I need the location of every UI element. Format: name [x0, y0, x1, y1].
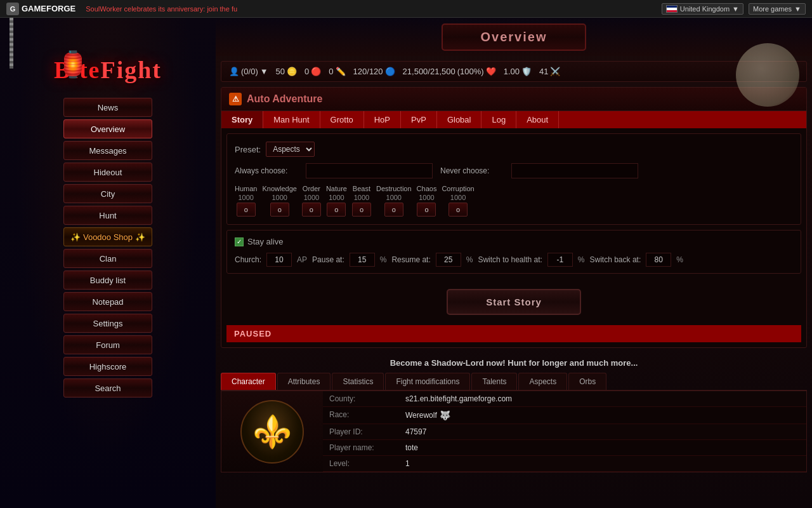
switch-health-label: Switch to health at:	[478, 255, 542, 264]
stat2: 0 🔴	[304, 67, 321, 76]
char-row-county: County: s21.en.bitefight.gameforge.com	[323, 391, 806, 407]
portrait-icon: ⚜️	[240, 400, 304, 464]
sidebar-item-overview[interactable]: Overview	[63, 119, 152, 138]
sidebar-item-notepad-label: Notepad	[92, 297, 123, 307]
sword-icon: ⚔️	[550, 67, 560, 76]
stats-bar: 👤 (0/0) ▼ 50 🪙 0 🔴 0 ✏️ 120/120 🔵 21,5	[221, 61, 807, 82]
aspect-beast-val: 1000	[354, 194, 369, 201]
sidebar-item-highscore-label: Highscore	[89, 362, 127, 371]
chain-decoration	[10, 18, 13, 69]
preset-section: Preset: Aspects Always choose: Never cho…	[226, 133, 801, 225]
tab-story[interactable]: Story	[221, 111, 263, 128]
mana-percent: (100%)	[457, 67, 484, 76]
player-name-val: tote	[399, 440, 424, 455]
more-games-btn[interactable]: More games ▼	[749, 3, 806, 15]
sidebar-item-city[interactable]: City	[63, 184, 152, 203]
switch-back-unit: %	[676, 255, 683, 264]
preset-label: Preset:	[235, 145, 261, 154]
stay-alive-section: Stay alive Church: AP Pause at: % Resume…	[226, 230, 801, 274]
sidebar-item-news[interactable]: News	[63, 98, 152, 117]
tab-talents[interactable]: Talents	[471, 373, 517, 390]
player-name-key: Player name:	[323, 440, 399, 455]
aspect-human-btn[interactable]: o	[237, 203, 256, 217]
aspect-human-val: 1000	[238, 194, 253, 201]
level-val: 1	[399, 456, 416, 471]
sidebar-item-hunt[interactable]: Hunt	[63, 206, 152, 225]
resume-input[interactable]	[436, 253, 461, 267]
stat2-val: 0	[304, 67, 309, 76]
player-id-val: 47597	[399, 424, 433, 439]
shadow-lord-text: Become a Shadow-Lord now! Hunt for longe…	[390, 358, 638, 368]
main-container: 🏮 BiteFight News Overview Messages Hideo…	[0, 18, 812, 508]
aspect-chaos-btn[interactable]: o	[417, 203, 436, 217]
sidebar-item-clan[interactable]: Clan	[63, 249, 152, 268]
tab-character[interactable]: Character	[221, 373, 276, 390]
aspect-nature-name: Nature	[326, 185, 347, 192]
flag-icon	[666, 5, 678, 13]
voodoo-right-icon: ✨	[135, 232, 145, 242]
sidebar-item-notepad[interactable]: Notepad	[63, 292, 152, 311]
tab-log[interactable]: Log	[481, 111, 516, 128]
tab-orbs[interactable]: Orbs	[568, 373, 606, 390]
tab-about[interactable]: About	[516, 111, 559, 128]
pause-input[interactable]	[350, 253, 375, 267]
tab-aspects[interactable]: Aspects	[518, 373, 567, 390]
aspect-order-btn[interactable]: o	[302, 203, 321, 217]
sidebar-item-city-label: City	[101, 189, 115, 199]
aspect-knowledge-name: Knowledge	[262, 185, 296, 192]
sidebar-item-highscore[interactable]: Highscore	[63, 357, 152, 376]
gold-icon: 🪙	[287, 67, 297, 76]
sidebar-item-forum[interactable]: Forum	[63, 335, 152, 354]
tab-statistics[interactable]: Statistics	[332, 373, 384, 390]
aspect-human-name: Human	[235, 185, 257, 192]
tab-man-hunt[interactable]: Man Hunt	[263, 111, 320, 128]
tab-attributes[interactable]: Attributes	[277, 373, 331, 390]
voodoo-left-icon: ✨	[70, 232, 81, 242]
switch-back-input[interactable]	[646, 253, 671, 267]
always-choose-input[interactable]	[306, 163, 433, 178]
always-choose-row: Always choose: Never choose:	[235, 163, 793, 178]
regen-stat: 1.00 🛡️	[504, 67, 532, 76]
sidebar-item-overview-label: Overview	[91, 124, 125, 134]
sidebar-item-search[interactable]: Search	[63, 378, 152, 398]
aspect-destruction-btn[interactable]: o	[384, 203, 403, 217]
sidebar-item-buddy-list[interactable]: Buddy list	[63, 271, 152, 290]
stay-alive-controls: Church: AP Pause at: % Resume at: % Swit…	[235, 253, 793, 267]
stat3: 0 ✏️	[329, 67, 345, 76]
aspect-knowledge-btn[interactable]: o	[270, 203, 289, 217]
hp-stat: 120/120 🔵	[353, 67, 395, 76]
switch-health-input[interactable]	[547, 253, 573, 267]
aspect-beast-btn[interactable]: o	[352, 203, 371, 217]
tab-hop[interactable]: HoP	[364, 111, 401, 128]
aspect-chaos-val: 1000	[419, 194, 434, 201]
sidebar-item-voodoo-label: Voodoo Shop	[83, 232, 133, 242]
never-choose-input[interactable]	[511, 163, 638, 178]
more-games-label: More games	[753, 5, 792, 13]
church-label: Church:	[235, 255, 261, 264]
country-selector[interactable]: United Kingdom ▼	[662, 3, 743, 15]
stay-alive-header: Stay alive	[235, 237, 793, 246]
start-story-button[interactable]: Start Story	[447, 289, 581, 315]
aspect-knowledge-val: 1000	[272, 194, 287, 201]
preset-select[interactable]: Aspects	[266, 142, 315, 157]
hp-val: 120/120	[353, 67, 383, 76]
tab-pvp[interactable]: PvP	[401, 111, 437, 128]
sidebar-item-messages[interactable]: Messages	[63, 141, 152, 160]
aspect-nature-val: 1000	[329, 194, 344, 201]
aspect-corruption-btn[interactable]: o	[449, 203, 468, 217]
mana-val: 21,500/21,500	[403, 67, 455, 76]
tab-global[interactable]: Global	[437, 111, 482, 128]
content-header: Overview	[216, 18, 812, 56]
sidebar-item-voodoo[interactable]: ✨ Voodoo Shop ✨	[63, 227, 152, 246]
tab-grotto[interactable]: Grotto	[320, 111, 364, 128]
aspect-nature-btn[interactable]: o	[327, 203, 346, 217]
sidebar-item-hideout[interactable]: Hideout	[63, 163, 152, 182]
tab-fight-modifications[interactable]: Fight modifications	[385, 373, 470, 390]
chevron-down-icon[interactable]: ▼	[260, 67, 268, 76]
player-status-val: (0/0)	[241, 67, 258, 76]
stay-alive-checkbox[interactable]	[235, 237, 244, 246]
level-key: Level:	[323, 456, 399, 471]
church-input[interactable]	[266, 253, 292, 267]
sidebar-item-settings[interactable]: Settings	[63, 314, 152, 333]
never-choose-label: Never choose:	[440, 166, 504, 175]
